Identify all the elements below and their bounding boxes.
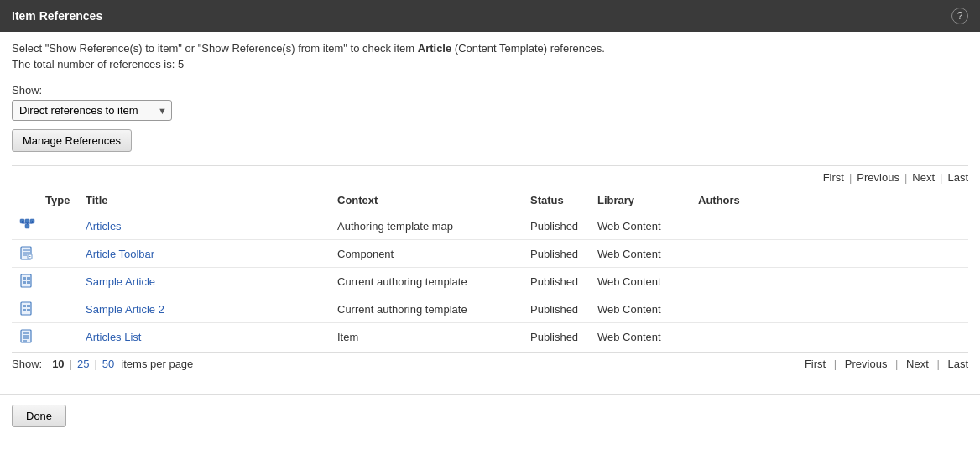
- svg-rect-21: [23, 305, 26, 307]
- content-area: Select "Show Reference(s) to item" or "S…: [0, 32, 980, 385]
- done-button[interactable]: Done: [12, 405, 66, 427]
- col-type: [12, 189, 45, 212]
- table-row: Articles ListItemPublishedWeb Content: [12, 323, 968, 351]
- type-label-cell: [45, 212, 79, 240]
- col-context: Context: [331, 189, 524, 212]
- status-cell: Published: [524, 295, 591, 323]
- pagination-bottom-previous[interactable]: Previous: [845, 358, 888, 370]
- svg-rect-3: [25, 224, 29, 228]
- title-cell: Articles: [79, 212, 331, 240]
- pagination-bottom-last[interactable]: Last: [947, 358, 968, 370]
- articles-icon: [12, 212, 45, 240]
- per-page-label: Show:: [12, 358, 42, 370]
- help-icon[interactable]: ?: [951, 8, 968, 24]
- authors-cell: [691, 212, 968, 240]
- item-title-link[interactable]: Article Toolbar: [86, 248, 154, 260]
- show-select[interactable]: Direct references to itemAll references …: [12, 100, 172, 121]
- library-cell: Web Content: [591, 323, 691, 351]
- svg-rect-20: [21, 302, 31, 315]
- pagination-top-next[interactable]: Next: [912, 171, 935, 184]
- pagination-bottom-first[interactable]: First: [805, 358, 826, 370]
- col-library: Library: [591, 189, 691, 212]
- sample-article2-icon: [12, 295, 45, 323]
- title-cell: Sample Article 2: [79, 295, 331, 323]
- item-title-link[interactable]: Sample Article: [86, 275, 155, 288]
- svg-rect-23: [23, 309, 26, 311]
- per-page-25[interactable]: 25: [77, 358, 89, 370]
- title-cell: Sample Article: [79, 268, 331, 295]
- svg-rect-24: [27, 309, 30, 311]
- col-title: Title: [79, 189, 331, 212]
- bottom-bar: Done: [0, 394, 980, 437]
- pagination-top: First | Previous | Next | Last: [12, 165, 968, 189]
- authors-cell: [691, 295, 968, 323]
- per-page-10[interactable]: 10: [52, 358, 64, 370]
- show-select-wrapper: Direct references to itemAll references …: [12, 100, 968, 121]
- col-status: Status: [524, 189, 591, 212]
- authors-cell: [691, 323, 968, 351]
- svg-rect-16: [23, 277, 26, 280]
- context-cell: Authoring template map: [331, 212, 524, 240]
- sample-article-icon: [12, 268, 45, 295]
- show-select-container[interactable]: Direct references to itemAll references …: [12, 100, 172, 121]
- svg-rect-17: [27, 277, 30, 280]
- per-page-suffix: items per page: [121, 358, 193, 370]
- pagination-top-first[interactable]: First: [823, 171, 844, 184]
- pagination-top-previous[interactable]: Previous: [857, 171, 899, 184]
- pagination-top-last[interactable]: Last: [947, 171, 968, 184]
- type-label-cell: [45, 268, 79, 295]
- table-header-row: Type Title Context Status Library Author…: [12, 189, 968, 212]
- articles-list-icon: [12, 323, 45, 351]
- pagination-bottom-wrap: Show: 10 | 25 | 50 items per page First …: [12, 352, 968, 375]
- library-cell: Web Content: [591, 268, 691, 295]
- type-label-cell: [45, 295, 79, 323]
- authors-cell: [691, 240, 968, 268]
- show-per-page: Show: 10 | 25 | 50 items per page: [12, 358, 193, 370]
- description-line1: Select "Show Reference(s) to item" or "S…: [12, 42, 968, 55]
- item-title-link[interactable]: Articles: [86, 220, 122, 233]
- title-cell: Articles List: [79, 323, 331, 351]
- context-cell: Component: [331, 240, 524, 268]
- table-row: Sample ArticleCurrent authoring template…: [12, 268, 968, 295]
- context-cell: Current authoring template: [331, 295, 524, 323]
- context-cell: Current authoring template: [331, 268, 524, 295]
- type-label-cell: [45, 323, 79, 351]
- status-cell: Published: [524, 323, 591, 351]
- table-row: Article ToolbarComponentPublishedWeb Con…: [12, 240, 968, 268]
- library-cell: Web Content: [591, 212, 691, 240]
- type-label-cell: [45, 240, 79, 268]
- context-cell: Item: [331, 323, 524, 351]
- col-authors: Authors: [691, 189, 968, 212]
- svg-rect-1: [25, 219, 29, 223]
- dialog-title: Item References: [12, 9, 102, 23]
- svg-rect-19: [27, 281, 30, 284]
- article-toolbar-icon: [12, 240, 45, 268]
- svg-rect-15: [21, 274, 31, 287]
- table-row: Sample Article 2Current authoring templa…: [12, 295, 968, 323]
- status-cell: Published: [524, 268, 591, 295]
- status-cell: Published: [524, 212, 591, 240]
- title-bar: Item References ?: [0, 0, 980, 32]
- title-cell: Article Toolbar: [79, 240, 331, 268]
- total-references: The total number of references is: 5: [12, 58, 968, 71]
- show-label: Show:: [12, 84, 968, 97]
- manage-references-button[interactable]: Manage References: [12, 129, 132, 152]
- table-row: ArticlesAuthoring template mapPublishedW…: [12, 212, 968, 240]
- pagination-bottom-next[interactable]: Next: [906, 358, 929, 370]
- references-table: Type Title Context Status Library Author…: [12, 189, 968, 350]
- item-title-link[interactable]: Articles List: [86, 331, 141, 343]
- svg-rect-22: [27, 305, 30, 307]
- library-cell: Web Content: [591, 240, 691, 268]
- library-cell: Web Content: [591, 295, 691, 323]
- svg-rect-18: [23, 281, 26, 284]
- item-title-link[interactable]: Sample Article 2: [86, 303, 164, 316]
- status-cell: Published: [524, 240, 591, 268]
- col-type-label: Type: [45, 189, 79, 212]
- per-page-50[interactable]: 50: [102, 358, 114, 370]
- pagination-bottom: First | Previous | Next | Last: [805, 358, 968, 370]
- authors-cell: [691, 268, 968, 295]
